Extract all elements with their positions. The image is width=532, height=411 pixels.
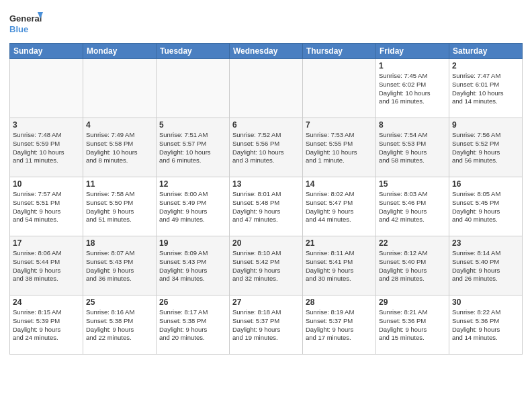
cell-w5-d1: 25Sunrise: 8:16 AM Sunset: 5:38 PM Dayli… bbox=[83, 295, 157, 355]
week-row-2: 3Sunrise: 7:48 AM Sunset: 5:59 PM Daylig… bbox=[10, 118, 523, 177]
cell-w2-d2: 5Sunrise: 7:51 AM Sunset: 5:57 PM Daylig… bbox=[157, 118, 230, 177]
day-number: 8 bbox=[379, 120, 446, 130]
header-friday: Friday bbox=[376, 44, 449, 59]
day-number: 23 bbox=[452, 238, 519, 248]
day-info: Sunrise: 8:05 AM Sunset: 5:45 PM Dayligh… bbox=[452, 190, 519, 224]
header-saturday: Saturday bbox=[449, 44, 523, 59]
cell-w4-d3: 20Sunrise: 8:10 AM Sunset: 5:42 PM Dayli… bbox=[230, 236, 303, 295]
cell-w4-d4: 21Sunrise: 8:11 AM Sunset: 5:41 PM Dayli… bbox=[303, 236, 376, 295]
cell-w3-d1: 11Sunrise: 7:58 AM Sunset: 5:50 PM Dayli… bbox=[83, 177, 157, 236]
day-info: Sunrise: 8:06 AM Sunset: 5:44 PM Dayligh… bbox=[13, 249, 80, 283]
cell-w4-d2: 19Sunrise: 8:09 AM Sunset: 5:43 PM Dayli… bbox=[157, 236, 230, 295]
header-wednesday: Wednesday bbox=[230, 44, 303, 59]
week-row-5: 24Sunrise: 8:15 AM Sunset: 5:39 PM Dayli… bbox=[10, 295, 523, 355]
day-number: 19 bbox=[159, 238, 226, 248]
cell-w1-d2 bbox=[157, 59, 230, 118]
day-info: Sunrise: 8:22 AM Sunset: 5:36 PM Dayligh… bbox=[452, 308, 519, 342]
cell-w5-d3: 27Sunrise: 8:18 AM Sunset: 5:37 PM Dayli… bbox=[230, 295, 303, 355]
cell-w3-d3: 13Sunrise: 8:01 AM Sunset: 5:48 PM Dayli… bbox=[230, 177, 303, 236]
cell-w3-d6: 16Sunrise: 8:05 AM Sunset: 5:45 PM Dayli… bbox=[449, 177, 523, 236]
day-number: 11 bbox=[86, 179, 153, 189]
day-info: Sunrise: 8:09 AM Sunset: 5:43 PM Dayligh… bbox=[159, 249, 226, 283]
day-number: 1 bbox=[379, 61, 446, 71]
day-info: Sunrise: 7:48 AM Sunset: 5:59 PM Dayligh… bbox=[13, 131, 80, 165]
day-info: Sunrise: 7:47 AM Sunset: 6:01 PM Dayligh… bbox=[452, 72, 519, 106]
calendar-page: General Blue SundayMondayTuesdayWednesda… bbox=[0, 0, 532, 411]
day-info: Sunrise: 8:01 AM Sunset: 5:48 PM Dayligh… bbox=[232, 190, 300, 224]
day-number: 20 bbox=[232, 238, 300, 248]
day-number: 29 bbox=[379, 298, 446, 307]
day-info: Sunrise: 8:00 AM Sunset: 5:49 PM Dayligh… bbox=[159, 190, 226, 224]
day-number: 6 bbox=[232, 120, 300, 130]
cell-w1-d1 bbox=[83, 59, 157, 118]
day-info: Sunrise: 7:53 AM Sunset: 5:55 PM Dayligh… bbox=[306, 131, 373, 165]
cell-w4-d5: 22Sunrise: 8:12 AM Sunset: 5:40 PM Dayli… bbox=[376, 236, 449, 295]
day-number: 24 bbox=[13, 298, 80, 307]
day-number: 5 bbox=[159, 120, 226, 130]
day-number: 7 bbox=[306, 120, 373, 130]
day-info: Sunrise: 8:19 AM Sunset: 5:37 PM Dayligh… bbox=[306, 308, 373, 342]
day-info: Sunrise: 7:51 AM Sunset: 5:57 PM Dayligh… bbox=[159, 131, 226, 165]
day-info: Sunrise: 7:49 AM Sunset: 5:58 PM Dayligh… bbox=[86, 131, 153, 165]
day-number: 10 bbox=[13, 179, 80, 189]
day-number: 14 bbox=[306, 179, 373, 189]
day-number: 28 bbox=[306, 298, 373, 307]
cell-w2-d0: 3Sunrise: 7:48 AM Sunset: 5:59 PM Daylig… bbox=[10, 118, 83, 177]
day-number: 25 bbox=[86, 298, 153, 307]
header-tuesday: Tuesday bbox=[157, 44, 230, 59]
header-thursday: Thursday bbox=[303, 44, 376, 59]
week-row-1: 1Sunrise: 7:45 AM Sunset: 6:02 PM Daylig… bbox=[10, 59, 523, 118]
day-number: 17 bbox=[13, 238, 80, 248]
cell-w4-d6: 23Sunrise: 8:14 AM Sunset: 5:40 PM Dayli… bbox=[449, 236, 523, 295]
svg-text:General: General bbox=[9, 13, 42, 24]
day-info: Sunrise: 8:10 AM Sunset: 5:42 PM Dayligh… bbox=[232, 249, 300, 283]
day-info: Sunrise: 8:12 AM Sunset: 5:40 PM Dayligh… bbox=[379, 249, 446, 283]
cell-w3-d2: 12Sunrise: 8:00 AM Sunset: 5:49 PM Dayli… bbox=[157, 177, 230, 236]
day-info: Sunrise: 8:02 AM Sunset: 5:47 PM Dayligh… bbox=[306, 190, 373, 224]
day-number: 15 bbox=[379, 179, 446, 189]
day-number: 4 bbox=[86, 120, 153, 130]
cell-w4-d0: 17Sunrise: 8:06 AM Sunset: 5:44 PM Dayli… bbox=[10, 236, 83, 295]
week-row-3: 10Sunrise: 7:57 AM Sunset: 5:51 PM Dayli… bbox=[10, 177, 523, 236]
day-number: 30 bbox=[452, 298, 519, 307]
day-number: 3 bbox=[13, 120, 80, 130]
day-number: 18 bbox=[86, 238, 153, 248]
cell-w1-d4 bbox=[303, 59, 376, 118]
calendar-table: SundayMondayTuesdayWednesdayThursdayFrid… bbox=[9, 43, 523, 355]
day-info: Sunrise: 7:54 AM Sunset: 5:53 PM Dayligh… bbox=[379, 131, 446, 165]
cell-w2-d5: 8Sunrise: 7:54 AM Sunset: 5:53 PM Daylig… bbox=[376, 118, 449, 177]
logo: General Blue bbox=[9, 9, 43, 39]
day-info: Sunrise: 8:21 AM Sunset: 5:36 PM Dayligh… bbox=[379, 308, 446, 342]
day-number: 12 bbox=[159, 179, 226, 189]
header-monday: Monday bbox=[83, 44, 157, 59]
cell-w5-d4: 28Sunrise: 8:19 AM Sunset: 5:37 PM Dayli… bbox=[303, 295, 376, 355]
cell-w3-d0: 10Sunrise: 7:57 AM Sunset: 5:51 PM Dayli… bbox=[10, 177, 83, 236]
day-number: 2 bbox=[452, 61, 519, 71]
logo-svg: General Blue bbox=[9, 9, 43, 39]
cell-w1-d5: 1Sunrise: 7:45 AM Sunset: 6:02 PM Daylig… bbox=[376, 59, 449, 118]
cell-w2-d1: 4Sunrise: 7:49 AM Sunset: 5:58 PM Daylig… bbox=[83, 118, 157, 177]
day-info: Sunrise: 7:58 AM Sunset: 5:50 PM Dayligh… bbox=[86, 190, 153, 224]
header: General Blue bbox=[9, 7, 523, 39]
cell-w5-d0: 24Sunrise: 8:15 AM Sunset: 5:39 PM Dayli… bbox=[10, 295, 83, 355]
header-row: SundayMondayTuesdayWednesdayThursdayFrid… bbox=[10, 44, 523, 59]
cell-w3-d5: 15Sunrise: 8:03 AM Sunset: 5:46 PM Dayli… bbox=[376, 177, 449, 236]
cell-w2-d3: 6Sunrise: 7:52 AM Sunset: 5:56 PM Daylig… bbox=[230, 118, 303, 177]
day-info: Sunrise: 8:17 AM Sunset: 5:38 PM Dayligh… bbox=[159, 308, 226, 342]
day-info: Sunrise: 8:18 AM Sunset: 5:37 PM Dayligh… bbox=[232, 308, 300, 342]
day-info: Sunrise: 8:11 AM Sunset: 5:41 PM Dayligh… bbox=[306, 249, 373, 283]
cell-w1-d3 bbox=[230, 59, 303, 118]
cell-w5-d2: 26Sunrise: 8:17 AM Sunset: 5:38 PM Dayli… bbox=[157, 295, 230, 355]
day-info: Sunrise: 8:16 AM Sunset: 5:38 PM Dayligh… bbox=[86, 308, 153, 342]
day-number: 16 bbox=[452, 179, 519, 189]
day-number: 13 bbox=[232, 179, 300, 189]
day-info: Sunrise: 8:14 AM Sunset: 5:40 PM Dayligh… bbox=[452, 249, 519, 283]
day-number: 26 bbox=[159, 298, 226, 307]
day-info: Sunrise: 7:52 AM Sunset: 5:56 PM Dayligh… bbox=[232, 131, 300, 165]
cell-w3-d4: 14Sunrise: 8:02 AM Sunset: 5:47 PM Dayli… bbox=[303, 177, 376, 236]
day-number: 9 bbox=[452, 120, 519, 130]
day-info: Sunrise: 8:15 AM Sunset: 5:39 PM Dayligh… bbox=[13, 308, 80, 342]
cell-w4-d1: 18Sunrise: 8:07 AM Sunset: 5:43 PM Dayli… bbox=[83, 236, 157, 295]
cell-w2-d6: 9Sunrise: 7:56 AM Sunset: 5:52 PM Daylig… bbox=[449, 118, 523, 177]
day-number: 22 bbox=[379, 238, 446, 248]
